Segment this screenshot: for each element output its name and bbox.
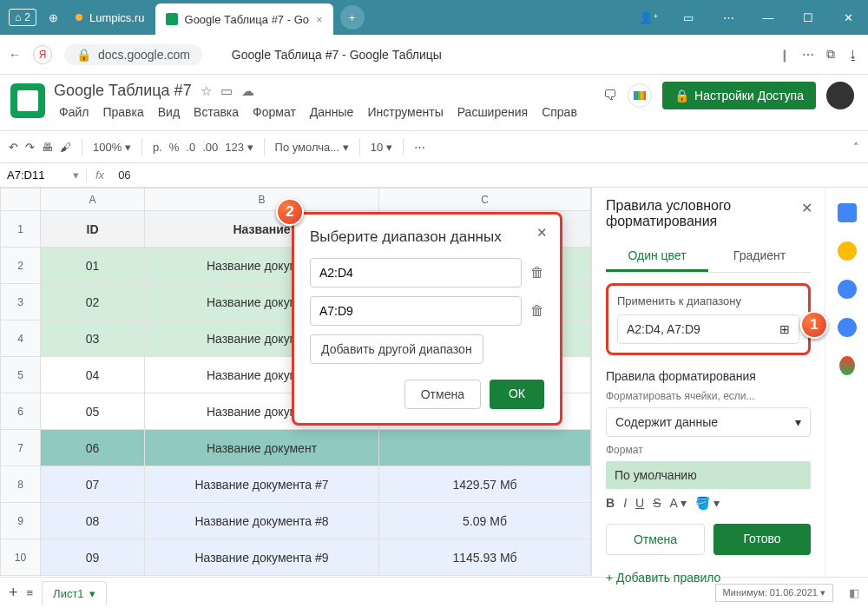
more-formats-button[interactable]: 123 ▾ (225, 141, 253, 154)
format-preview[interactable]: По умолчанию (606, 461, 811, 489)
column-header[interactable]: A (41, 188, 145, 211)
zoom-select[interactable]: 100% ▾ (93, 141, 131, 154)
name-box[interactable]: A7:D11▾ (0, 169, 87, 182)
cell[interactable]: 1429.57 Мб (379, 466, 591, 503)
paint-format-button[interactable]: 🖌 (60, 141, 71, 154)
more-icon[interactable]: ⋯ (802, 48, 814, 62)
cell[interactable]: Название документа #8 (145, 503, 379, 539)
cell[interactable]: 06 (41, 430, 145, 466)
cell[interactable]: 02 (41, 284, 145, 321)
cell[interactable]: ID (41, 211, 145, 248)
table-row[interactable]: 807Название документа #71429.57 Мб (1, 466, 591, 503)
user-icon[interactable]: 👤⁺ (628, 0, 668, 35)
close-window-button[interactable]: ✕ (828, 0, 868, 35)
keep-icon[interactable] (838, 241, 857, 261)
row-header[interactable]: 3 (1, 284, 41, 321)
dialog-ok-button[interactable]: ОК (490, 380, 544, 409)
maximize-button[interactable]: ☐ (788, 0, 828, 35)
cell[interactable]: Название документа #7 (145, 466, 379, 503)
cell[interactable]: 07 (41, 466, 145, 503)
menu-extensions[interactable]: Расширения (452, 103, 533, 121)
redo-button[interactable]: ↷ (25, 141, 35, 154)
row-header[interactable]: 10 (1, 539, 41, 576)
menu-tools[interactable]: Инструменты (362, 103, 448, 121)
menu-format[interactable]: Формат (247, 103, 301, 121)
percent-button[interactable]: % (169, 141, 180, 154)
sheets-logo-icon[interactable] (10, 83, 45, 118)
add-range-button[interactable]: Добавить другой диапазон (310, 334, 483, 364)
explore-button[interactable]: ◧ (849, 586, 859, 599)
downloads-icon[interactable]: ⭳ (847, 48, 859, 62)
cell[interactable]: 5.09 Мб (379, 503, 591, 539)
row-header[interactable]: 8 (1, 466, 41, 503)
quicksum-box[interactable]: Минимум: 01.06.2021 ▾ (715, 584, 833, 602)
decrease-decimal-button[interactable]: .0 (186, 141, 195, 154)
font-select[interactable]: По умолча... ▾ (275, 141, 349, 154)
cell[interactable]: 08 (41, 503, 145, 539)
formula-value[interactable]: 06 (113, 169, 135, 182)
calendar-icon[interactable] (838, 203, 857, 222)
delete-range-icon[interactable]: 🗑 (530, 265, 544, 281)
range-input-2[interactable] (310, 296, 522, 326)
undo-button[interactable]: ↶ (9, 141, 18, 154)
grid-select-icon[interactable]: ⊞ (779, 322, 790, 336)
browser-tab-2[interactable]: Google Таблица #7 - Go × (155, 3, 333, 35)
close-panel-button[interactable]: ✕ (801, 200, 812, 216)
comments-icon[interactable]: 🗨 (603, 88, 617, 103)
fill-color-button[interactable]: 🪣 ▾ (695, 496, 720, 510)
row-header[interactable]: 6 (1, 393, 41, 430)
tasks-icon[interactable] (838, 280, 857, 299)
browser-tab-1[interactable]: Lumpics.ru (65, 0, 155, 35)
menu-icon[interactable]: ⋯ (708, 0, 748, 35)
delete-range-icon[interactable]: 🗑 (530, 303, 544, 319)
italic-button[interactable]: I (623, 496, 627, 510)
cell[interactable]: 1145.93 Мб (379, 539, 591, 576)
add-rule-button[interactable]: + Добавить правило (606, 571, 811, 585)
range-input[interactable]: A2:D4, A7:D9 ⊞ (617, 314, 799, 344)
contacts-icon[interactable] (838, 318, 857, 337)
text-color-button[interactable]: A ▾ (669, 496, 686, 510)
all-sheets-button[interactable]: ≡ (27, 586, 34, 599)
row-header[interactable]: 4 (1, 321, 41, 357)
row-header[interactable]: 5 (1, 357, 41, 393)
menu-view[interactable]: Вид (153, 103, 185, 121)
maps-icon[interactable] (839, 356, 855, 375)
underline-button[interactable]: U (635, 496, 644, 510)
panel-cancel-button[interactable]: Отмена (606, 524, 705, 555)
more-toolbar-button[interactable]: ⋯ (414, 141, 425, 154)
cell[interactable]: 03 (41, 321, 145, 357)
select-all-corner[interactable] (1, 188, 41, 211)
font-size-select[interactable]: 10 ▾ (371, 141, 392, 154)
minimize-button[interactable]: — (748, 0, 788, 35)
column-header[interactable]: C (379, 188, 591, 211)
tab-gradient[interactable]: Градиент (708, 241, 811, 272)
tab-single-color[interactable]: Один цвет (606, 241, 708, 272)
document-title[interactable]: Google Таблица #7 (54, 82, 192, 100)
panel-done-button[interactable]: Готово (713, 524, 811, 555)
meet-icon[interactable] (628, 83, 652, 108)
add-sheet-button[interactable]: + (9, 584, 18, 602)
column-header[interactable]: B (145, 188, 379, 211)
star-icon[interactable]: ☆ (201, 83, 212, 99)
currency-button[interactable]: р. (153, 141, 162, 154)
add-tab-button[interactable]: + (340, 5, 365, 30)
tabs-overview-icon[interactable]: ▭ (668, 0, 708, 35)
cell[interactable]: Название документа #9 (145, 539, 379, 576)
collapse-toolbar-button[interactable]: ˄ (853, 141, 859, 154)
row-header[interactable]: 7 (1, 430, 41, 466)
print-button[interactable]: 🖶 (42, 141, 53, 154)
bookmark-icon[interactable]: ❙ (779, 48, 790, 62)
cell[interactable]: 04 (41, 357, 145, 393)
bold-button[interactable]: B (606, 496, 615, 510)
table-row[interactable]: 706Название документ (1, 430, 591, 466)
folder-move-icon[interactable]: ▭ (220, 83, 233, 99)
new-tab-icon[interactable]: ⊕ (42, 11, 65, 24)
dialog-cancel-button[interactable]: Отмена (404, 380, 481, 409)
url-box[interactable]: 🔒 docs.google.com (64, 44, 202, 65)
account-avatar[interactable] (826, 82, 854, 109)
row-header[interactable]: 9 (1, 503, 41, 539)
share-button[interactable]: 🔒Настройки Доступа (662, 82, 816, 109)
cell[interactable]: Название документ (145, 430, 379, 466)
menu-data[interactable]: Данные (305, 103, 359, 121)
increase-decimal-button[interactable]: .00 (202, 141, 218, 154)
